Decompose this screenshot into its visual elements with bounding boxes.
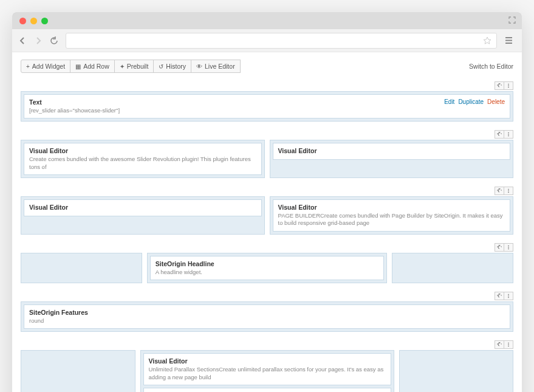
row-controls xyxy=(21,243,513,252)
builder-cell[interactable]: Text[rev_slider alias="showcase-slider"]… xyxy=(21,91,513,122)
row-edit-icon[interactable] xyxy=(495,340,504,349)
widget[interactable]: Visual EditorUnlimited Parallax Sections… xyxy=(143,353,391,385)
titlebar xyxy=(12,12,522,29)
builder-cell[interactable]: Visual Editor xyxy=(21,196,265,235)
svg-point-1 xyxy=(508,85,509,86)
builder-cell[interactable]: Visual Editor xyxy=(270,140,514,178)
widget-title: Visual Editor xyxy=(278,147,505,154)
builder-cell[interactable]: SiteOrigin Featuresround xyxy=(21,301,513,332)
svg-point-7 xyxy=(508,190,509,191)
svg-point-11 xyxy=(508,248,509,249)
svg-point-2 xyxy=(508,87,509,88)
builder-cell[interactable] xyxy=(392,253,513,283)
row-more-icon[interactable] xyxy=(504,243,513,252)
widget[interactable]: Visual Editor xyxy=(273,143,511,160)
add-row-button[interactable]: ▦ Add Row xyxy=(70,60,115,73)
row-edit-icon[interactable] xyxy=(495,187,504,195)
builder-row: Visual EditorUnlimited Parallax Sections… xyxy=(21,350,513,392)
widget-description: Unlimited Parallax SectionsCreate unlimi… xyxy=(149,366,386,381)
prebuilt-button[interactable]: ✦ Prebuilt xyxy=(114,60,154,73)
row-more-icon[interactable] xyxy=(504,187,513,195)
builder-row: SiteOrigin Featuresround xyxy=(21,301,513,332)
page-builder-content: + Add Widget ▦ Add Row ✦ Prebuilt ↺ Hist… xyxy=(12,52,522,392)
svg-point-0 xyxy=(508,84,509,85)
svg-point-14 xyxy=(508,297,509,298)
widget-title: Visual Editor xyxy=(278,204,505,211)
history-button[interactable]: ↺ History xyxy=(153,60,191,73)
button-label: Add Row xyxy=(83,63,109,70)
row-controls xyxy=(21,81,513,90)
builder-row: Text[rev_slider alias="showcase-slider"]… xyxy=(21,91,513,122)
svg-point-16 xyxy=(508,345,509,346)
browser-window: + Add Widget ▦ Add Row ✦ Prebuilt ↺ Hist… xyxy=(12,12,522,392)
widget-title: Visual Editor xyxy=(29,147,256,154)
widget[interactable]: Visual EditorPAGE BUILDERCreate comes bu… xyxy=(273,199,511,232)
builder-cell[interactable]: Visual EditorPAGE BUILDERCreate comes bu… xyxy=(270,196,514,235)
widget-description: Create comes bundled with the awesome Sl… xyxy=(29,156,256,171)
builder-cell[interactable] xyxy=(21,253,142,283)
plus-icon: + xyxy=(26,63,30,70)
switch-to-editor-link[interactable]: Switch to Editor xyxy=(469,63,513,70)
add-widget-button[interactable]: + Add Widget xyxy=(21,60,70,73)
widget-title: Visual Editor xyxy=(29,204,256,211)
svg-point-10 xyxy=(508,247,509,248)
builder-cell[interactable] xyxy=(399,350,514,392)
reload-button[interactable] xyxy=(50,36,61,45)
row-controls xyxy=(21,187,513,195)
row-edit-icon[interactable] xyxy=(495,292,504,300)
row-edit-icon[interactable] xyxy=(495,130,504,139)
svg-point-5 xyxy=(508,136,509,137)
builder-toolbar: + Add Widget ▦ Add Row ✦ Prebuilt ↺ Hist… xyxy=(21,60,513,73)
hamburger-menu-icon[interactable] xyxy=(502,36,516,45)
builder-cell[interactable]: Visual EditorUnlimited Parallax Sections… xyxy=(140,350,394,392)
builder-row: Visual EditorCreate comes bundled with t… xyxy=(21,140,513,178)
window-controls xyxy=(19,18,48,24)
widget[interactable]: Visual EditorCreate comes bundled with t… xyxy=(24,143,262,175)
row-edit-icon[interactable] xyxy=(495,243,504,252)
builder-row: Visual EditorVisual EditorPAGE BUILDERCr… xyxy=(21,196,513,235)
widget[interactable]: Visual Editor xyxy=(24,199,262,216)
button-label: Add Widget xyxy=(32,63,65,70)
url-input[interactable] xyxy=(66,33,497,49)
widget-description: [rev_slider alias="showcase-slider"] xyxy=(29,107,505,114)
live-editor-button[interactable]: 👁 Live Editor xyxy=(191,60,241,73)
widget-title: Visual Editor xyxy=(149,357,386,365)
address-bar xyxy=(12,29,522,52)
bookmark-star-icon[interactable] xyxy=(483,36,491,45)
expand-icon[interactable] xyxy=(508,16,516,24)
svg-point-15 xyxy=(508,343,509,344)
forward-button[interactable] xyxy=(34,36,45,45)
undo-icon: ↺ xyxy=(159,63,163,70)
widget[interactable]: Text[rev_slider alias="showcase-slider"]… xyxy=(24,94,510,119)
widget-description: round xyxy=(29,317,505,325)
svg-point-12 xyxy=(508,294,509,295)
builder-cell[interactable] xyxy=(21,350,135,392)
row-more-icon[interactable] xyxy=(504,340,513,349)
row-more-icon[interactable] xyxy=(504,292,513,300)
maximize-window-icon[interactable] xyxy=(41,18,48,24)
widget[interactable]: SiteOrigin HeadlineA headline widget. xyxy=(150,256,384,280)
builder-cell[interactable]: SiteOrigin HeadlineA headline widget. xyxy=(147,253,387,283)
widget[interactable]: SiteOrigin ButtonBUY THIS THEME xyxy=(143,388,391,392)
widget-actions: EditDuplicateDelete xyxy=(444,98,505,105)
minimize-window-icon[interactable] xyxy=(30,18,37,24)
widget-duplicate-link[interactable]: Duplicate xyxy=(458,98,484,105)
eye-icon: 👁 xyxy=(196,63,202,70)
button-label: History xyxy=(166,63,186,70)
close-window-icon[interactable] xyxy=(19,18,26,24)
back-button[interactable] xyxy=(18,36,29,45)
svg-point-4 xyxy=(508,134,509,136)
row-edit-icon[interactable] xyxy=(495,81,504,90)
row-controls xyxy=(21,292,513,300)
svg-point-3 xyxy=(508,132,509,134)
row-more-icon[interactable] xyxy=(504,81,513,90)
row-more-icon[interactable] xyxy=(504,130,513,139)
widget-title: SiteOrigin Headline xyxy=(156,260,378,267)
svg-point-8 xyxy=(508,192,509,193)
widget[interactable]: SiteOrigin Featuresround xyxy=(24,304,510,329)
widget-edit-link[interactable]: Edit xyxy=(444,98,454,105)
widget-title: SiteOrigin Features xyxy=(29,309,505,316)
cubes-icon: ✦ xyxy=(120,63,125,70)
builder-cell[interactable]: Visual EditorCreate comes bundled with t… xyxy=(21,140,265,178)
widget-delete-link[interactable]: Delete xyxy=(487,98,505,105)
